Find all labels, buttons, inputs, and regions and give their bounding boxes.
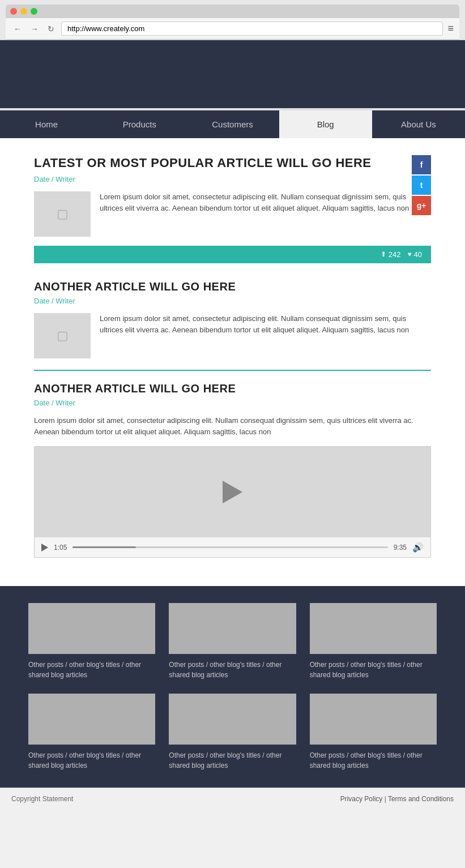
article-2-meta[interactable]: Date / Writer — [34, 297, 431, 305]
image-icon: ▢ — [57, 207, 69, 221]
googleplus-button[interactable]: g+ — [412, 196, 431, 215]
footer-post-text-2[interactable]: Other posts / other blog's titles / othe… — [169, 660, 296, 680]
featured-article-text: Lorem ipsum dolor sit amet, consectetur … — [100, 191, 431, 215]
website: Home Products Customers Blog About Us f … — [0, 40, 465, 810]
maximize-dot[interactable] — [31, 8, 37, 15]
footer-post-4: Other posts / other blog's titles / othe… — [28, 694, 155, 771]
browser-titlebar — [6, 5, 459, 18]
article-3-meta[interactable]: Date / Writer — [34, 399, 431, 407]
article-3-section: ANOTHER ARTICLE WILL GO HERE Date / Writ… — [34, 382, 431, 558]
close-dot[interactable] — [10, 8, 17, 15]
heart-icon: ♥ — [407, 250, 411, 258]
likes-count: 40 — [414, 250, 422, 259]
volume-icon[interactable]: 🔊 — [412, 542, 424, 553]
video-progress-fill — [72, 546, 135, 548]
stats-bar: ⬆ 242 ♥ 40 — [34, 246, 431, 263]
featured-article-body: ▢ Lorem ipsum dolor sit amet, consectetu… — [34, 191, 431, 237]
footer-post-1: Other posts / other blog's titles / othe… — [28, 603, 155, 680]
browser-chrome: ← → ↻ ≡ — [0, 0, 465, 40]
footer-post-6: Other posts / other blog's titles / othe… — [310, 694, 437, 771]
back-button[interactable]: ← — [11, 23, 24, 35]
bottom-footer: Copyright Statement Privacy Policy | Ter… — [0, 788, 465, 810]
nav-item-aboutus[interactable]: About Us — [372, 110, 465, 138]
browser-toolbar: ← → ↻ ≡ — [6, 18, 459, 40]
upload-count: 242 — [389, 250, 401, 259]
nav-item-products[interactable]: Products — [93, 110, 186, 138]
footer-links: Privacy Policy | Terms and Conditions — [340, 795, 454, 803]
footer-post-3: Other posts / other blog's titles / othe… — [310, 603, 437, 680]
footer-posts: Other posts / other blog's titles / othe… — [0, 586, 465, 788]
article-2-title: ANOTHER ARTICLE WILL GO HERE — [34, 280, 431, 293]
footer-post-image-6 — [310, 694, 437, 745]
minimize-dot[interactable] — [20, 8, 27, 15]
play-button-large[interactable] — [223, 481, 242, 503]
upload-icon: ⬆ — [381, 250, 386, 258]
video-progress-bar[interactable] — [72, 546, 387, 548]
article-2-text: Lorem ipsum dolor sit amet, consectetur … — [100, 313, 431, 337]
footer-post-image-1 — [28, 603, 155, 654]
video-end-time: 9:35 — [394, 544, 407, 551]
footer-post-text-6[interactable]: Other posts / other blog's titles / othe… — [310, 750, 437, 771]
article-2-body: ▢ Lorem ipsum dolor sit amet, consectetu… — [34, 313, 431, 358]
social-icons: f t g+ — [412, 155, 431, 215]
privacy-policy-link[interactable]: Privacy Policy — [340, 795, 383, 803]
stats-uploads: ⬆ 242 — [381, 250, 401, 259]
stats-likes: ♥ 40 — [407, 250, 422, 259]
footer-post-text-4[interactable]: Other posts / other blog's titles / othe… — [28, 750, 155, 771]
footer-post-image-4 — [28, 694, 155, 745]
main-content: f t g+ LATEST OR MOST POPULAR ARTICLE WI… — [0, 138, 465, 586]
nav-item-customers[interactable]: Customers — [186, 110, 279, 138]
video-controls: 1:05 9:35 🔊 — [35, 537, 430, 557]
footer-posts-grid: Other posts / other blog's titles / othe… — [28, 603, 437, 771]
twitter-button[interactable]: t — [412, 176, 431, 195]
forward-button[interactable]: → — [28, 23, 41, 35]
nav-bar: Home Products Customers Blog About Us — [0, 110, 465, 138]
featured-article-meta[interactable]: Date / Writer — [34, 175, 431, 183]
image-icon-2: ▢ — [57, 328, 69, 343]
facebook-button[interactable]: f — [412, 155, 431, 174]
browser-menu-button[interactable]: ≡ — [447, 23, 454, 35]
article-3-text: Lorem ipsum dolor sit amet, consectetur … — [34, 415, 431, 439]
hero-banner — [0, 40, 465, 108]
article-3-title: ANOTHER ARTICLE WILL GO HERE — [34, 382, 431, 395]
video-current-time: 1:05 — [54, 544, 67, 551]
terms-link[interactable]: Terms and Conditions — [388, 795, 454, 803]
footer-post-2: Other posts / other blog's titles / othe… — [169, 603, 296, 680]
footer-post-image-5 — [169, 694, 296, 745]
video-player: 1:05 9:35 🔊 — [34, 446, 431, 558]
footer-post-5: Other posts / other blog's titles / othe… — [169, 694, 296, 771]
nav-item-home[interactable]: Home — [0, 110, 93, 138]
url-bar[interactable] — [61, 22, 443, 36]
play-button-small[interactable] — [41, 544, 48, 551]
footer-post-text-3[interactable]: Other posts / other blog's titles / othe… — [310, 660, 437, 680]
footer-post-text-1[interactable]: Other posts / other blog's titles / othe… — [28, 660, 155, 680]
copyright-text: Copyright Statement — [11, 795, 73, 803]
featured-article-image: ▢ — [34, 191, 91, 237]
featured-article-title: LATEST OR MOST POPULAR ARTICLE WILL GO H… — [34, 155, 431, 172]
featured-article: f t g+ LATEST OR MOST POPULAR ARTICLE WI… — [34, 155, 431, 237]
video-screen[interactable] — [35, 447, 430, 537]
article-2-image: ▢ — [34, 313, 91, 358]
footer-post-image-2 — [169, 603, 296, 654]
nav-item-blog[interactable]: Blog — [279, 110, 372, 138]
refresh-button[interactable]: ↻ — [45, 23, 57, 35]
footer-post-image-3 — [310, 603, 437, 654]
footer-post-text-5[interactable]: Other posts / other blog's titles / othe… — [169, 750, 296, 771]
article-divider — [34, 370, 431, 371]
article-2-section: ANOTHER ARTICLE WILL GO HERE Date / Writ… — [34, 280, 431, 358]
